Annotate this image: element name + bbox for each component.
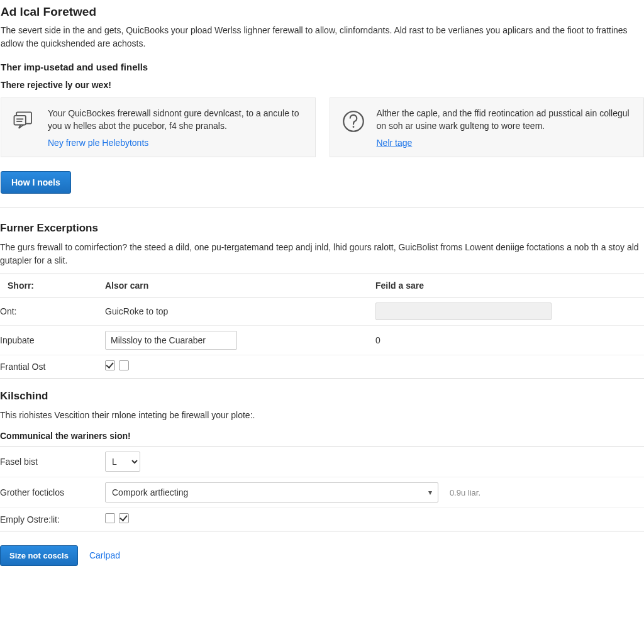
- kilschind-desc: This riohistes Vescition their rnlone in…: [0, 409, 644, 422]
- tip-card-1-link[interactable]: Ney frerw ple Helebytonts: [48, 138, 148, 148]
- tip-card-1-text: Your QuicBockes frerewall sidnont gure d…: [48, 107, 305, 133]
- readonly-input[interactable]: [375, 303, 552, 320]
- text-input[interactable]: [105, 331, 237, 350]
- svg-point-5: [352, 126, 354, 128]
- row-label: Frantial Ost: [0, 355, 97, 378]
- row-value: GuicRoke to top: [97, 297, 368, 325]
- exceptions-desc: The gurs frewall to comirfection? the st…: [0, 241, 644, 267]
- exceptions-col-label: Shorr:: [0, 274, 97, 297]
- grother-hint: 0.9u liar.: [450, 488, 480, 497]
- tip-card-2-link[interactable]: Nelr tage: [377, 138, 413, 148]
- community-icon: [10, 107, 39, 136]
- kilschind-subheading: Communical the wariners sion!: [0, 431, 644, 441]
- page-title: Ad lcal Foretwed: [1, 5, 644, 19]
- checkbox[interactable]: [105, 513, 115, 523]
- kilschind-table: Fasel bist L Grother focticlos Compork a…: [0, 446, 644, 531]
- exceptions-col-right: Feild a sare: [368, 274, 644, 297]
- kilschind-heading: Kilschind: [0, 390, 644, 402]
- checkbox[interactable]: [119, 360, 129, 370]
- row-extra: [368, 355, 644, 378]
- save-button[interactable]: Size not coscls: [0, 545, 78, 566]
- row-extra: 0: [368, 325, 644, 355]
- table-row: Frantial Ost: [0, 355, 644, 378]
- cancel-link[interactable]: Carlpad: [89, 550, 120, 560]
- table-row: Inpubate 0: [0, 325, 644, 355]
- divider: [0, 208, 644, 208]
- table-row: Grother focticlos Compork artfiecting ▾ …: [0, 477, 644, 508]
- exceptions-heading: Furner Excerptions: [0, 222, 644, 235]
- tip-card-help: Alther the caple, and the ffid reotincat…: [330, 97, 645, 157]
- checkbox[interactable]: [105, 360, 115, 370]
- grother-select-value: Compork artfiecting: [112, 487, 188, 497]
- how-button[interactable]: How I noels: [1, 171, 71, 194]
- table-row: Emply Ostre:lit:: [0, 508, 644, 531]
- question-circle-icon: [339, 107, 368, 136]
- tip-card-2-text: Alther the caple, and the ffid reotincat…: [377, 107, 634, 133]
- exceptions-table: Shorr: Alsor carn Feild a sare Ont: Guic…: [0, 274, 644, 379]
- svg-rect-1: [14, 116, 26, 125]
- tip-card-community: Your QuicBockes frerewall sidnont gure d…: [1, 97, 316, 157]
- tips-heading: Ther imp-usetad and used finells: [1, 62, 644, 72]
- grother-select[interactable]: Compork artfiecting: [105, 482, 438, 502]
- row-label: Emply Ostre:lit:: [0, 508, 97, 531]
- fasel-select[interactable]: L: [105, 452, 140, 472]
- table-row: Fasel bist L: [0, 446, 644, 477]
- table-row: Ont: GuicRoke to top: [0, 297, 644, 325]
- row-label: Fasel bist: [0, 446, 97, 477]
- row-label: Inpubate: [0, 325, 97, 355]
- checkbox[interactable]: [119, 513, 129, 523]
- row-label: Ont:: [0, 297, 97, 325]
- row-label: Grother focticlos: [0, 477, 97, 508]
- exceptions-col-mid: Alsor carn: [97, 274, 368, 297]
- tips-subheading: There rejective ly our wex!: [1, 80, 644, 90]
- page-intro: The severt side in the and gets, QuicBoo…: [1, 24, 644, 50]
